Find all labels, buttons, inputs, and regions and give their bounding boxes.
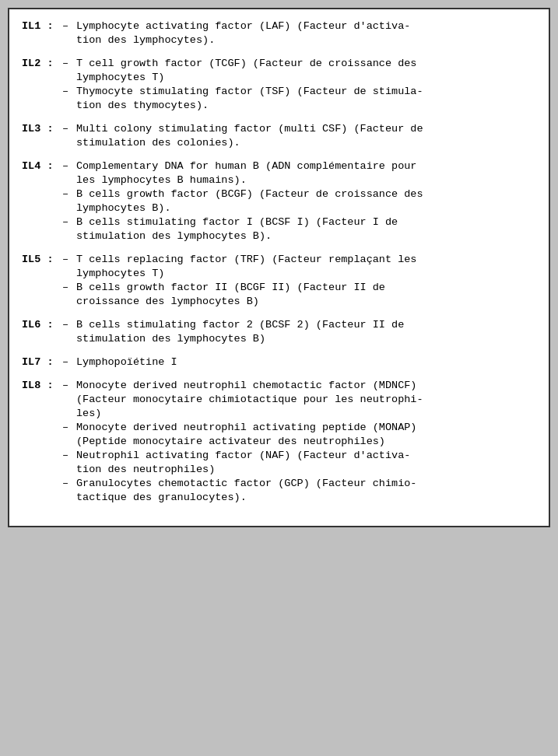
entry-il7: IL7 : – Lymphopoïétine I <box>22 356 536 370</box>
content-il4: – Complementary DNA for human B (ADN com… <box>62 160 536 244</box>
list-item: – Monocyte derived neutrophil activating… <box>62 422 536 447</box>
item-continuation-line: tion des lymphocytes). <box>62 34 536 46</box>
bullet-icon: – <box>62 254 76 265</box>
bullet-icon: – <box>62 478 76 489</box>
label-il1: IL1 : <box>22 20 62 48</box>
list-item: – Granulocytes chemotactic factor (GCP) … <box>62 478 536 503</box>
item-text: Thymocyte stimulating factor (TSF) (Fact… <box>76 86 536 97</box>
item-text: T cell growth factor (TCGF) (Facteur de … <box>76 58 536 69</box>
bullet-icon: – <box>62 216 76 228</box>
list-item: – Thymocyte stimulating factor (TSF) (Fa… <box>62 86 536 111</box>
list-item: – Lymphopoïétine I <box>62 356 536 368</box>
item-first-line: – B cells growth factor II (BCGF II) (Fa… <box>62 282 536 293</box>
bullet-icon: – <box>62 356 76 368</box>
list-item: – T cells replacing factor (TRF) (Facteu… <box>62 254 536 279</box>
item-first-line: – Neutrophil activating factor (NAF) (Fa… <box>62 450 536 461</box>
item-text: B cells stimulating factor 2 (BCSF 2) (F… <box>76 319 536 331</box>
item-continuation-line: (Facteur monocytaire chimiotactique pour… <box>62 394 536 405</box>
item-first-line: – Lymphocyte activating factor (LAF) (Fa… <box>62 20 536 32</box>
bullet-icon: – <box>62 160 76 172</box>
list-item: – Neutrophil activating factor (NAF) (Fa… <box>62 450 536 475</box>
item-continuation-line: stimulation des lymphocytes B). <box>62 230 536 242</box>
entry-il6: IL6 : – B cells stimulating factor 2 (BC… <box>22 319 536 347</box>
item-first-line: – Lymphopoïétine I <box>62 356 536 368</box>
item-continuation-line: croissance des lymphocytes B) <box>62 296 536 307</box>
entry-il3: IL3 : – Multi colony stimulating factor … <box>22 123 536 151</box>
item-text: Granulocytes chemotactic factor (GCP) (F… <box>76 478 536 489</box>
content-il3: – Multi colony stimulating factor (multi… <box>62 123 536 151</box>
item-text: B cells growth factor II (BCGF II) (Fact… <box>76 282 536 293</box>
item-text: Neutrophil activating factor (NAF) (Fact… <box>76 450 536 461</box>
item-text: Lymphocyte activating factor (LAF) (Fact… <box>76 20 536 32</box>
item-text: T cells replacing factor (TRF) (Facteur … <box>76 254 536 265</box>
item-continuation-line: lymphocytes B). <box>62 202 536 214</box>
item-first-line: – B cells stimulating factor 2 (BCSF 2) … <box>62 319 536 331</box>
item-first-line: – Thymocyte stimulating factor (TSF) (Fa… <box>62 86 536 97</box>
item-text: Lymphopoïétine I <box>76 356 536 368</box>
label-il5: IL5 : <box>22 254 62 310</box>
list-item: – B cells growth factor II (BCGF II) (Fa… <box>62 282 536 307</box>
list-item: – B cells stimulating factor 2 (BCSF 2) … <box>62 319 536 345</box>
item-text: Complementary DNA for human B (ADN compl… <box>76 160 536 172</box>
item-continuation-line: les lymphocytes B humains). <box>62 174 536 186</box>
content-il6: – B cells stimulating factor 2 (BCSF 2) … <box>62 319 536 347</box>
item-continuation-line: stimulation des colonies). <box>62 137 536 149</box>
item-first-line: – Complementary DNA for human B (ADN com… <box>62 160 536 172</box>
label-il3: IL3 : <box>22 123 62 151</box>
item-continuation-line: tactique des granulocytes). <box>62 492 536 503</box>
item-continuation-line: lymphocytes T) <box>62 72 536 83</box>
main-container: IL1 : – Lymphocyte activating factor (LA… <box>8 8 550 527</box>
label-il2: IL2 : <box>22 58 62 114</box>
bullet-icon: – <box>62 282 76 293</box>
item-first-line: – Monocyte derived neutrophil chemotacti… <box>62 380 536 391</box>
list-item: – B cells growth factor (BCGF) (Facteur … <box>62 188 536 214</box>
item-continuation-line: stimulation des lymphocytes B) <box>62 333 536 345</box>
bullet-icon: – <box>62 450 76 461</box>
bullet-icon: – <box>62 319 76 331</box>
item-continuation-line: lymphocytes T) <box>62 268 536 279</box>
item-text: Monocyte derived neutrophil chemotactic … <box>76 380 536 391</box>
bullet-icon: – <box>62 58 76 69</box>
list-item: – Monocyte derived neutrophil chemotacti… <box>62 380 536 419</box>
bullet-icon: – <box>62 20 76 32</box>
item-text: B cells growth factor (BCGF) (Facteur de… <box>76 188 536 200</box>
item-continuation-line: tion des neutrophiles) <box>62 464 536 475</box>
bullet-icon: – <box>62 123 76 135</box>
list-item: – Complementary DNA for human B (ADN com… <box>62 160 536 186</box>
content-il5: – T cells replacing factor (TRF) (Facteu… <box>62 254 536 310</box>
bullet-icon: – <box>62 380 76 391</box>
label-il7: IL7 : <box>22 356 62 370</box>
item-first-line: – B cells growth factor (BCGF) (Facteur … <box>62 188 536 200</box>
item-text: Monocyte derived neutrophil activating p… <box>76 422 536 433</box>
entry-il4: IL4 : – Complementary DNA for human B (A… <box>22 160 536 244</box>
label-il4: IL4 : <box>22 160 62 244</box>
entry-il2: IL2 : – T cell growth factor (TCGF) (Fac… <box>22 58 536 114</box>
content-il8: – Monocyte derived neutrophil chemotacti… <box>62 380 536 506</box>
item-first-line: – B cells stimulating factor I (BCSF I) … <box>62 216 536 228</box>
item-first-line: – T cells replacing factor (TRF) (Facteu… <box>62 254 536 265</box>
item-text: Multi colony stimulating factor (multi C… <box>76 123 536 135</box>
item-text: B cells stimulating factor I (BCSF I) (F… <box>76 216 536 228</box>
item-first-line: – Multi colony stimulating factor (multi… <box>62 123 536 135</box>
item-first-line: – T cell growth factor (TCGF) (Facteur d… <box>62 58 536 69</box>
item-continuation-line: (Peptide monocytaire activateur des neut… <box>62 436 536 447</box>
list-item: – T cell growth factor (TCGF) (Facteur d… <box>62 58 536 83</box>
bullet-icon: – <box>62 86 76 97</box>
entry-il8: IL8 : – Monocyte derived neutrophil chem… <box>22 380 536 506</box>
content-il1: – Lymphocyte activating factor (LAF) (Fa… <box>62 20 536 48</box>
item-first-line: – Monocyte derived neutrophil activating… <box>62 422 536 433</box>
entry-il5: IL5 : – T cells replacing factor (TRF) (… <box>22 254 536 310</box>
list-item: – B cells stimulating factor I (BCSF I) … <box>62 216 536 242</box>
label-il6: IL6 : <box>22 319 62 347</box>
label-il8: IL8 : <box>22 380 62 506</box>
item-continuation-line: tion des thymocytes). <box>62 100 536 111</box>
bullet-icon: – <box>62 422 76 433</box>
content-il2: – T cell growth factor (TCGF) (Facteur d… <box>62 58 536 114</box>
list-item: – Lymphocyte activating factor (LAF) (Fa… <box>62 20 536 46</box>
entry-il1: IL1 : – Lymphocyte activating factor (LA… <box>22 20 536 48</box>
item-first-line: – Granulocytes chemotactic factor (GCP) … <box>62 478 536 489</box>
item-continuation-line: les) <box>62 408 536 419</box>
content-il7: – Lymphopoïétine I <box>62 356 536 370</box>
list-item: – Multi colony stimulating factor (multi… <box>62 123 536 149</box>
bullet-icon: – <box>62 188 76 200</box>
